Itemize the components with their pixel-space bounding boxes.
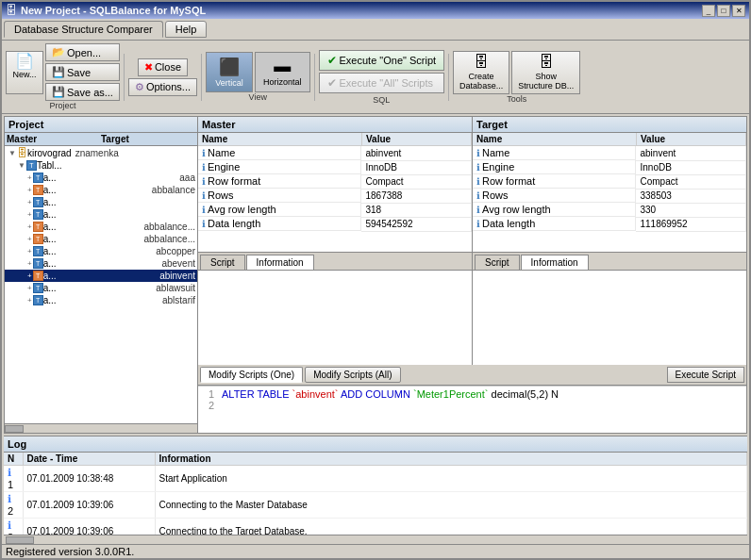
log-scroll-thumb[interactable] <box>6 536 34 544</box>
project-scrollbar[interactable] <box>5 423 197 433</box>
log-row-1: ℹ 2 07.01.2009 10:39:06 Connecting to th… <box>4 492 747 519</box>
keyword-alter: ALTER TABLE <box>222 388 292 400</box>
target-info-tab[interactable]: Information <box>521 255 589 270</box>
log-col-datetime: Date - Time <box>23 453 155 466</box>
right-4: abbalance... <box>144 222 196 232</box>
col-type: decimal(5,2) N <box>492 388 559 400</box>
log-content: N Date - Time Information ℹ 1 07.01.2009… <box>4 453 747 535</box>
tree-item-3[interactable]: + T a... <box>5 208 197 221</box>
code-line-1: 1 ALTER TABLE `abinvent` ADD COLUMN `Met… <box>200 388 744 400</box>
modify-all-button[interactable]: Modify Scripts (All) <box>305 367 400 383</box>
tree-item-9[interactable]: + T a... ablawsuit <box>5 282 197 294</box>
exp1: + <box>27 186 32 194</box>
target-row-0: ℹName abinvent <box>473 146 746 161</box>
open-button[interactable]: 📂 Open... <box>45 43 120 61</box>
tree-item-6[interactable]: + T a... abcopper <box>5 245 197 257</box>
right-8: abinvent <box>159 271 195 281</box>
text-9: a... <box>43 283 57 293</box>
status-text: Registered version 3.0.0R1. <box>6 546 134 557</box>
tree-item-abinvent[interactable]: + T a... abinvent <box>5 270 197 282</box>
project-tree: ▼ 🗄 kirovograd znamenka ▼ T Tabl... + T … <box>5 146 197 423</box>
log-col-n: N <box>4 453 23 466</box>
save-button[interactable]: 💾 Save <box>45 63 120 81</box>
saveas-button[interactable]: 💾 Save as... <box>45 83 120 101</box>
tree-text-tabl: Tabl... <box>37 160 62 171</box>
title-bar: 🗄 New Project - SQLBalance for MySQL _ □… <box>2 2 749 19</box>
master-tab-area: Script Information <box>198 252 472 365</box>
log-info-icon-0: ℹ <box>8 467 11 478</box>
tree-item-4[interactable]: + T a... abbalance... <box>5 221 197 233</box>
target-script-tab[interactable]: Script <box>475 255 520 270</box>
tree-item-0[interactable]: + T a... aaa <box>5 172 197 184</box>
log-row-2: ℹ 3 07.01.2009 10:39:06 Connecting to th… <box>4 519 747 535</box>
code-line-2: 2 <box>200 400 744 411</box>
table-icon-diff-5: T <box>33 234 43 244</box>
save-label: Save <box>67 67 91 78</box>
tree-item-1[interactable]: + T a... abbalance <box>5 184 197 196</box>
modify-one-button[interactable]: Modify Scripts (One) <box>200 367 303 383</box>
minimize-button[interactable]: _ <box>702 5 715 17</box>
exp3: + <box>27 210 32 219</box>
text-5: a... <box>43 234 57 244</box>
execute-all-button[interactable]: ✔ Execute "All" Scripts <box>319 73 445 93</box>
main-window: 🗄 New Project - SQLBalance for MySQL _ □… <box>0 0 751 560</box>
tree-item-5[interactable]: + T a... abbalance... <box>5 233 197 245</box>
table-icon-0: T <box>33 173 43 183</box>
horizontal-view-button[interactable]: ▬ Horizontal <box>255 52 310 92</box>
new-label: New... <box>12 70 36 79</box>
tree-item-2[interactable]: + T a... <box>5 196 197 208</box>
tab-database-structure[interactable]: Database Structure Comparer <box>4 21 163 38</box>
master-content: Name Value ℹName abinvent ℹEng <box>198 133 472 252</box>
execute-one-label: Execute "One" Script <box>340 55 437 66</box>
text-3: a... <box>43 209 57 220</box>
text-2: a... <box>43 197 57 207</box>
table-icon-tabl: T <box>26 160 37 171</box>
new-icon: 📄 <box>15 54 34 69</box>
create-db-button[interactable]: 🗄 CreateDatabase... <box>453 51 509 94</box>
tree-item-10[interactable]: + T a... ablstarif <box>5 294 197 306</box>
right-9: ablawsuit <box>156 283 195 293</box>
log-row-0: ℹ 1 07.01.2009 10:38:48 Start Applicatio… <box>4 466 747 492</box>
close-window-button[interactable]: ✕ <box>732 5 745 17</box>
log-scrollbar[interactable] <box>4 535 747 544</box>
execute-one-button[interactable]: ✔ Execute "One" Script <box>319 50 445 71</box>
vertical-view-button[interactable]: ⬛ Vertical <box>206 52 253 92</box>
tab-help[interactable]: Help <box>165 21 208 38</box>
window-title: New Project - SQLBalance for MySQL <box>21 5 206 16</box>
target-tab-area: Script Information <box>473 252 746 365</box>
tprop-icon-0: ℹ <box>476 148 480 158</box>
close-label: Close <box>155 61 181 73</box>
tree-item-tabl[interactable]: ▼ T Tabl... <box>5 159 197 172</box>
execute-script-button[interactable]: Execute Script <box>667 367 744 383</box>
scroll-thumb-left[interactable] <box>5 425 24 433</box>
target-row-1: ℹEngine InnoDB <box>473 160 746 174</box>
project-header: Project <box>5 117 197 133</box>
vertical-icon: ⬛ <box>219 57 240 77</box>
right-1: abbalance <box>152 185 195 195</box>
options-button[interactable]: ⚙ Options... <box>128 78 197 96</box>
new-button[interactable]: 📄 New... <box>6 51 43 94</box>
master-row-0: ℹName abinvent <box>198 146 472 161</box>
maximize-button[interactable]: □ <box>717 5 730 17</box>
log-header: Log <box>4 436 747 453</box>
menu-bar: Database Structure Comparer Help <box>2 19 749 41</box>
table-icon-6: T <box>33 246 43 256</box>
table-icon-diff-4: T <box>33 222 43 232</box>
close-project-button[interactable]: ✖ Close <box>138 58 188 76</box>
master-script-tab[interactable]: Script <box>200 255 245 270</box>
exp9: + <box>27 284 32 292</box>
master-tab-content <box>198 271 472 365</box>
master-info-tab[interactable]: Information <box>246 255 314 270</box>
text-1: a... <box>43 185 57 195</box>
tree-item-7[interactable]: + T a... abevent <box>5 257 197 270</box>
show-structure-button[interactable]: 🗄 ShowStructure DB... <box>511 51 580 94</box>
tree-item-kirovograd[interactable]: ▼ 🗄 kirovograd znamenka <box>5 146 197 159</box>
text-10: a... <box>43 295 57 305</box>
exp10: + <box>27 296 32 305</box>
log-col-info: Information <box>155 453 747 466</box>
target-props-table: Name Value ℹName abinvent ℹEng <box>473 133 746 232</box>
open-label: Open... <box>67 47 101 58</box>
text-4: a... <box>43 222 57 232</box>
right-area: Master Name Value ℹName <box>198 117 746 433</box>
divider3 <box>314 54 315 101</box>
